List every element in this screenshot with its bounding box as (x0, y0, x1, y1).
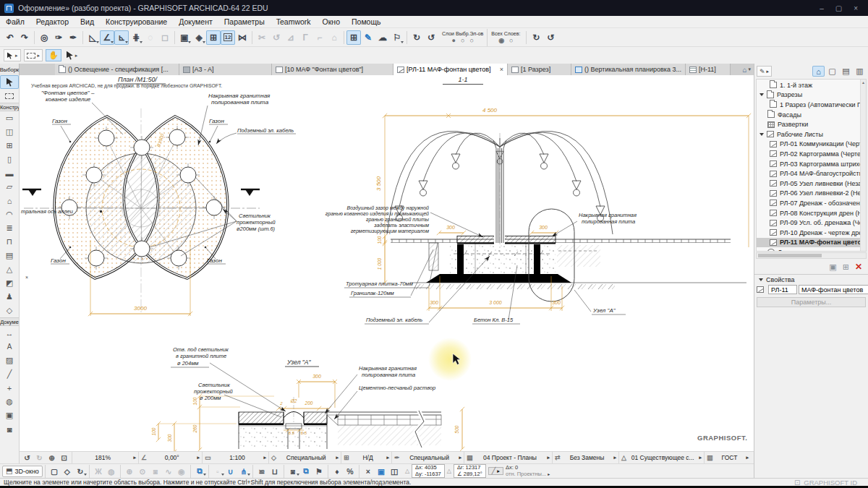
object-tool[interactable]: ♟ (0, 290, 19, 304)
worksheet-tool[interactable]: ▣ (0, 408, 19, 422)
lock-icon[interactable]: ◈ (192, 30, 206, 45)
tab-a3-layout[interactable]: [A3 - A] (179, 64, 272, 75)
pickup-parameters-icon[interactable]: ◎ (37, 30, 51, 45)
tree-item-section1[interactable]: 1 Разрез (Автоматически Перестр (757, 100, 866, 110)
trace-reference-icon[interactable]: ◻ (158, 30, 172, 45)
copy-view-settings-icon[interactable]: ⧉ (193, 466, 206, 477)
pointer-button[interactable]: ▸ (64, 49, 80, 61)
new-viewpoint-icon[interactable]: ⊞ (843, 262, 849, 272)
menu-help[interactable]: Помощь (346, 17, 387, 26)
element-snap-icon[interactable]: ⋔ (237, 466, 250, 477)
morph-tool[interactable]: ◇ (0, 304, 19, 317)
tree-group-interior-elevations[interactable]: Развертки (757, 119, 866, 129)
copy-icon[interactable]: ⧉ (299, 466, 312, 477)
wall-tool[interactable]: ▭ (0, 111, 19, 125)
select-arrow-tool[interactable] (0, 75, 19, 89)
markup-flag-icon[interactable]: ⚐ (390, 30, 404, 45)
viewpoint-name-field[interactable] (799, 285, 868, 294)
tree-item-rl11-selected[interactable]: РЛ-11 МАФ-фонтан цветов (Неза (757, 238, 866, 248)
arrow-tool-combo[interactable]: ▸ (4, 49, 21, 61)
show-all-layers-icon[interactable]: ◉ (498, 37, 504, 44)
renovation-filter-control[interactable]: ⊞Н/Д▸ (341, 452, 392, 463)
extra-tool2-icon[interactable]: ◫ (388, 466, 401, 477)
tree-vertical-scrollbar[interactable]: ▴ (860, 80, 866, 251)
tree-group-elevations[interactable]: Фасады (757, 110, 866, 120)
tree-horizontal-scrollbar[interactable] (756, 252, 867, 259)
marquee-tool[interactable] (0, 89, 19, 103)
chat-icon[interactable]: ♦ (331, 466, 344, 477)
zoom-box-icon[interactable]: ⊡ (59, 454, 69, 462)
railing-tool[interactable]: ⊓ (0, 235, 19, 249)
tree-item-story[interactable]: 1. 1-й этаж (757, 80, 866, 90)
tree-item-rl10[interactable]: РЛ-10 Дренаж - чертеж дрен (Не (757, 228, 866, 238)
undo-icon[interactable]: ↶ (3, 30, 17, 45)
beam-tool[interactable]: ▬ (0, 166, 19, 180)
scale-control[interactable]: ▭1:100▸ (203, 452, 269, 463)
gravity-icon[interactable]: ∪ (224, 466, 237, 477)
tree-group-details[interactable]: Детали (757, 247, 866, 252)
parameters-button[interactable]: Параметры... (757, 297, 866, 307)
minimize-button[interactable]: – (820, 4, 824, 12)
menu-edit[interactable]: Редактор (30, 17, 75, 26)
dimension-style-control[interactable]: ▤04 Проект - Планы▸ (464, 452, 553, 463)
group-icon[interactable]: ▣ (177, 30, 192, 45)
zoom-level-control[interactable]: 181%▸ (72, 452, 139, 463)
marquee-tool-combo[interactable]: ▸ (24, 49, 43, 61)
mesh-tool[interactable]: △ (0, 262, 19, 276)
lock-layer-icon[interactable]: ○ (461, 37, 464, 44)
tree-group-sections[interactable]: Разрезы (757, 90, 866, 100)
tracker-ra-box[interactable]: Δr: 12317∠ 289,12° (454, 464, 486, 478)
explode-icon[interactable]: ⊞ (346, 30, 361, 45)
text-tool[interactable]: A (0, 340, 19, 354)
clone-viewpoint-icon[interactable]: ▣ (829, 262, 836, 272)
pan-tool-button[interactable]: ✋ (46, 49, 61, 61)
graphisoft-id-badge[interactable]: ⊡GRAPHISOFT ID (794, 479, 864, 487)
tree-item-rl01[interactable]: РЛ-01 Коммуникации (Чертеж) (757, 140, 866, 150)
hide-layer-icon[interactable]: ● (452, 37, 456, 44)
percent-icon[interactable]: % (344, 466, 357, 477)
detail-tool[interactable]: ◍ (0, 395, 19, 408)
tab-vertical-planning[interactable]: () Вертикальная планировка 3... (571, 64, 686, 75)
fit-view-icon[interactable]: ▢ (48, 466, 61, 477)
tab-maf-fountain-drawing[interactable]: [10 МАФ "Фонтан цветов"] (272, 64, 393, 75)
project-map-button[interactable]: ⌂ (812, 66, 825, 77)
zoom-next-icon[interactable]: ↻ (34, 454, 45, 462)
tree-item-rl04[interactable]: РЛ-04 МАФ-благоустройство (Нез (757, 168, 866, 179)
unlock-all-layers-icon[interactable]: ○ (509, 37, 513, 44)
tab-lighting-schedule[interactable]: () Освещение - спецификация [... (55, 64, 179, 75)
move-icon[interactable]: ⊞ (206, 30, 221, 45)
properties-header[interactable]: Свойства (754, 274, 868, 284)
tab-schedule-n11[interactable]: [Н-11] (686, 64, 731, 75)
3d-window-button[interactable]: ⬒3D-окно (2, 466, 43, 477)
camera-tool[interactable]: ◙ (0, 422, 19, 436)
tree-item-rl02[interactable]: РЛ-02 Картограмма (Чертеж) (757, 149, 866, 159)
redo-icon[interactable]: ↷ (17, 30, 32, 45)
tracker-xy-box[interactable]: Δx: 4035Δy: -11637 (412, 464, 445, 478)
fill-tool[interactable]: ▨ (0, 354, 19, 367)
update-icon[interactable]: ↻ (409, 30, 424, 45)
revision-cloud-icon[interactable]: ☁ (375, 30, 390, 45)
menu-view[interactable]: Вид (75, 17, 100, 26)
dimension-tool[interactable]: ↔ (0, 326, 19, 340)
slab-tool[interactable]: ▱ (0, 180, 19, 194)
menu-file[interactable]: Файл (0, 17, 30, 26)
screenshot-icon[interactable]: ◙ (286, 466, 299, 477)
tree-item-rl09[interactable]: РЛ-09 Усл. об. дренажа (Чертеж) (757, 218, 866, 228)
line-tool[interactable]: ╱ (0, 367, 19, 381)
layout-book-button[interactable]: ▤ (840, 66, 852, 77)
tab-rl11-worksheet-active[interactable]: [РЛ-11 МАФ-фонтан цветов]× (393, 64, 508, 75)
menu-document[interactable]: Документ (173, 17, 218, 26)
alert-icon[interactable]: ⚑ (312, 466, 326, 477)
ghost-story-icon[interactable]: ◌ (143, 30, 158, 45)
menu-options[interactable]: Параметры (218, 17, 271, 26)
snap-points-icon[interactable]: ⊾ (114, 30, 129, 45)
column-tool[interactable]: ▯ (0, 153, 19, 166)
quick-home-button[interactable]: ⌂▾ (739, 64, 754, 75)
snap-guides-icon[interactable]: ∠ (100, 30, 114, 45)
snap-grid-icon[interactable]: ⋕ (129, 30, 143, 45)
solo-layer-icon[interactable]: ○ (469, 37, 473, 44)
parameters-pen-icon[interactable]: ✒ (66, 30, 80, 45)
zoom-increase-icon[interactable]: ⊕ (46, 454, 57, 462)
rebuild-icon[interactable]: ↺ (543, 30, 558, 45)
tab-section[interactable]: [1 Разрез] (508, 64, 571, 75)
